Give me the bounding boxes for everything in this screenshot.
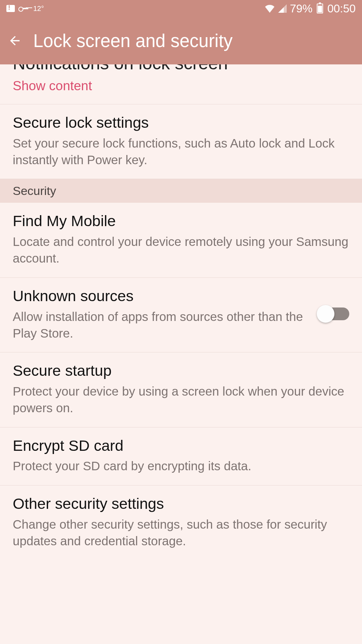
clock: 00:50 bbox=[327, 2, 356, 15]
temperature-indicator: 12° bbox=[33, 5, 44, 13]
item-notifications-lockscreen[interactable]: Notifications on lock screen Show conten… bbox=[0, 64, 362, 104]
back-button[interactable] bbox=[7, 33, 23, 48]
item-subtitle: Protect your device by using a screen lo… bbox=[13, 383, 349, 416]
item-title: Secure startup bbox=[13, 361, 349, 381]
item-subtitle: Set your secure lock functions, such as … bbox=[13, 135, 349, 168]
battery-icon bbox=[317, 4, 323, 13]
battery-percent: 79% bbox=[290, 2, 313, 15]
sim-alert-icon bbox=[6, 5, 15, 12]
unknown-sources-toggle[interactable] bbox=[319, 307, 349, 320]
settings-list[interactable]: Notifications on lock screen Show conten… bbox=[0, 64, 362, 560]
app-bar: Lock screen and security bbox=[0, 17, 362, 64]
item-title: Encrypt SD card bbox=[13, 436, 349, 456]
signal-icon bbox=[278, 4, 287, 13]
item-title: Find My Mobile bbox=[13, 211, 349, 231]
item-subtitle: Change other security settings, such as … bbox=[13, 516, 349, 550]
status-left: 12° bbox=[6, 5, 44, 13]
item-encrypt-sd-card[interactable]: Encrypt SD card Protect your SD card by … bbox=[0, 427, 362, 485]
item-subtitle: Locate and control your device remotely … bbox=[13, 233, 349, 267]
item-find-my-mobile[interactable]: Find My Mobile Locate and control your d… bbox=[0, 203, 362, 277]
arrow-back-icon bbox=[8, 34, 22, 48]
item-subtitle: Show content bbox=[13, 77, 349, 95]
section-header-security: Security bbox=[0, 179, 362, 203]
item-title: Unknown sources bbox=[13, 286, 312, 306]
item-title: Notifications on lock screen bbox=[13, 64, 349, 75]
vpn-key-icon bbox=[18, 6, 28, 11]
item-secure-lock-settings[interactable]: Secure lock settings Set your secure loc… bbox=[0, 104, 362, 179]
status-right: 79% 00:50 bbox=[264, 2, 356, 15]
item-subtitle: Allow installation of apps from sources … bbox=[13, 308, 312, 342]
item-subtitle: Protect your SD card by encrypting its d… bbox=[13, 458, 349, 474]
page-title: Lock screen and security bbox=[33, 30, 233, 51]
wifi-icon bbox=[264, 4, 275, 13]
item-title: Other security settings bbox=[13, 494, 349, 514]
toggle-knob bbox=[317, 305, 334, 323]
status-bar: 12° 79% 00:50 bbox=[0, 0, 362, 17]
item-unknown-sources[interactable]: Unknown sources Allow installation of ap… bbox=[0, 278, 362, 352]
item-title: Secure lock settings bbox=[13, 113, 349, 133]
item-secure-startup[interactable]: Secure startup Protect your device by us… bbox=[0, 352, 362, 427]
item-other-security-settings[interactable]: Other security settings Change other sec… bbox=[0, 485, 362, 560]
